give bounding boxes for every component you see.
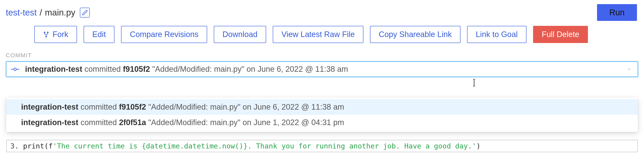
- commit-author: integration-test: [21, 118, 78, 127]
- code-func: print: [23, 142, 44, 150]
- commit-when: on June 1, 2022 @ 04:31 pm: [242, 118, 344, 127]
- code-fprefix: f: [48, 142, 52, 150]
- commit-message: "Added/Modified: main.py": [148, 102, 240, 111]
- text-cursor-icon: [472, 78, 476, 87]
- selected-commit-text: integration-test committed f9105f2 "Adde…: [25, 65, 348, 74]
- commit-verb: committed: [80, 118, 117, 127]
- commit-option[interactable]: integration-test committed 2f0f51a "Adde…: [6, 115, 638, 130]
- commit-hash: f9105f2: [119, 102, 146, 111]
- chevron-down-icon: [626, 66, 632, 72]
- commit-message: "Added/Modified: main.py": [152, 65, 244, 74]
- code-paren-close: ): [476, 142, 480, 150]
- compare-revisions-button[interactable]: Compare Revisions: [121, 26, 207, 43]
- view-latest-raw-button[interactable]: View Latest Raw File: [273, 26, 364, 43]
- toolbar: Fork Edit Compare Revisions Download Vie…: [0, 26, 644, 52]
- svg-point-4: [14, 68, 16, 70]
- commit-dropdown: integration-test committed f9105f2 "Adde…: [6, 98, 638, 132]
- commit-author: integration-test: [21, 102, 78, 111]
- commit-when: on June 6, 2022 @ 11:38 am: [242, 102, 344, 111]
- commit-when: on June 6, 2022 @ 11:38 am: [246, 65, 348, 74]
- commit-select[interactable]: integration-test committed f9105f2 "Adde…: [6, 61, 638, 77]
- fork-button[interactable]: Fork: [34, 26, 77, 43]
- commit-option[interactable]: integration-test committed f9105f2 "Adde…: [6, 99, 638, 115]
- commit-message: "Added/Modified: main.py": [148, 118, 240, 127]
- pencil-icon: [82, 10, 88, 16]
- commit-hash: 2f0f51a: [119, 118, 146, 127]
- breadcrumb-repo[interactable]: test-test: [6, 8, 37, 18]
- copy-shareable-link-button[interactable]: Copy Shareable Link: [370, 26, 460, 43]
- line-number: 3.: [10, 142, 19, 150]
- commit-node-icon: [11, 68, 19, 71]
- commit-hash: f9105f2: [123, 65, 150, 74]
- header-row: test-test / main.py Run: [0, 0, 644, 26]
- fork-label: Fork: [52, 30, 68, 39]
- code-paren-open: (: [44, 142, 48, 150]
- fork-icon: [43, 32, 49, 38]
- commit-verb: committed: [84, 65, 121, 74]
- edit-button[interactable]: Edit: [84, 26, 114, 43]
- code-string: 'The current time is {datetime.datetime.…: [53, 142, 476, 150]
- breadcrumb: test-test / main.py: [6, 8, 75, 18]
- run-button[interactable]: Run: [597, 4, 637, 21]
- code-preview: 3. print(f'The current time is {datetime…: [6, 140, 638, 152]
- commit-verb: committed: [80, 102, 117, 111]
- commit-author: integration-test: [25, 65, 82, 74]
- download-button[interactable]: Download: [214, 26, 266, 43]
- full-delete-button[interactable]: Full Delete: [533, 26, 588, 43]
- breadcrumb-file: main.py: [45, 8, 75, 18]
- edit-file-button[interactable]: [80, 8, 90, 18]
- breadcrumb-separator: /: [40, 8, 42, 18]
- commit-section-label: COMMIT: [0, 52, 644, 61]
- link-to-goal-button[interactable]: Link to Goal: [467, 26, 526, 43]
